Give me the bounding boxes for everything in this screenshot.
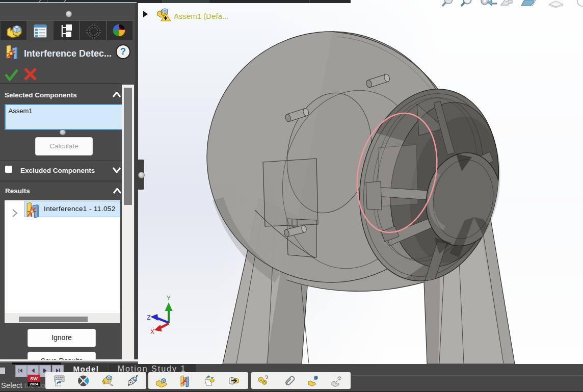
svg-text:Y: Y xyxy=(167,295,171,302)
svg-text:Z: Z xyxy=(147,314,150,321)
svg-text:X: X xyxy=(150,328,154,335)
svg-text:Assem1 (Defa...: Assem1 (Defa... xyxy=(174,12,229,20)
